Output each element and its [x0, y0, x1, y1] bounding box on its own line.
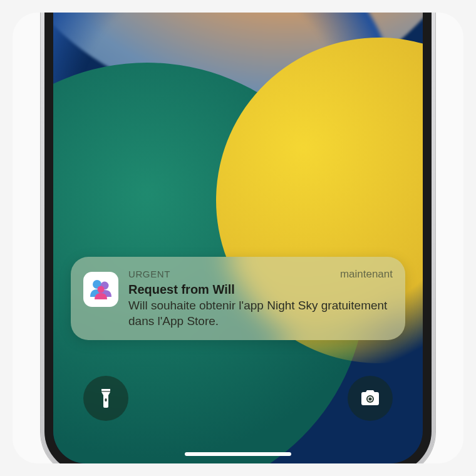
- home-indicator[interactable]: [185, 452, 291, 456]
- phone-frame: URGENT maintenant Request from Will Will…: [41, 13, 435, 463]
- camera-icon: [360, 390, 381, 407]
- notification-card[interactable]: URGENT maintenant Request from Will Will…: [71, 257, 405, 340]
- notification-content: URGENT maintenant Request from Will Will…: [128, 268, 393, 329]
- svg-point-7: [368, 397, 371, 400]
- phone-bezel: URGENT maintenant Request from Will Will…: [44, 13, 432, 463]
- flashlight-button[interactable]: [83, 376, 128, 421]
- svg-rect-3: [105, 398, 107, 401]
- notification-body: Will souhaite obtenir l'app Night Sky gr…: [128, 298, 393, 329]
- flashlight-icon: [98, 388, 114, 409]
- notification-timestamp: maintenant: [340, 268, 393, 281]
- image-canvas: URGENT maintenant Request from Will Will…: [13, 13, 463, 463]
- svg-point-2: [98, 286, 105, 293]
- camera-button[interactable]: [348, 376, 393, 421]
- lock-screen[interactable]: URGENT maintenant Request from Will Will…: [53, 13, 423, 463]
- family-sharing-icon: [83, 272, 118, 307]
- lock-screen-quick-actions: [53, 376, 423, 421]
- notification-category: URGENT: [128, 269, 170, 279]
- notification-title: Request from Will: [128, 282, 393, 297]
